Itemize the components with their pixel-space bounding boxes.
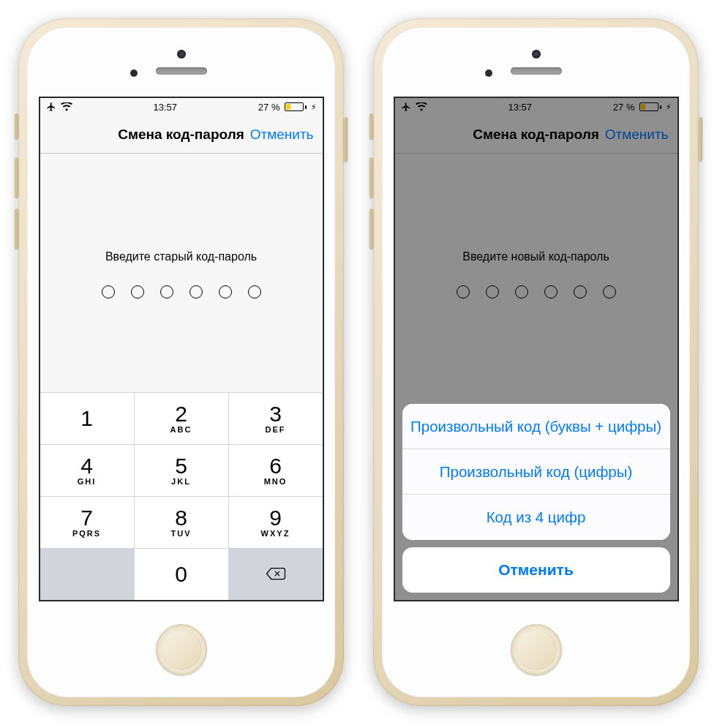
front-camera (177, 50, 186, 59)
numeric-keypad: 1 2ABC 3DEF 4GHI 5JKL 6MNO 7PQRS 8TUV 9W… (40, 392, 323, 600)
nav-bar: Смена код-пароля Отменить (395, 116, 677, 154)
passcode-dot (219, 285, 232, 299)
backspace-icon (266, 566, 286, 583)
passcode-dot (515, 285, 528, 299)
key-6[interactable]: 6MNO (229, 445, 323, 496)
volume-up-button (369, 157, 373, 198)
home-button[interactable] (156, 624, 207, 675)
sheet-option-numeric[interactable]: Произвольный код (цифры) (402, 449, 670, 495)
status-bar: 13:57 27 % ⚡︎ (40, 98, 323, 116)
battery-percent: 27 % (258, 102, 280, 113)
battery-icon (639, 102, 661, 111)
passcode-dot (131, 285, 144, 299)
mute-switch (369, 113, 373, 139)
page-title: Смена код-пароля (118, 127, 244, 143)
status-time: 13:57 (508, 102, 532, 113)
key-4[interactable]: 4GHI (40, 445, 134, 496)
volume-down-button (369, 209, 373, 249)
key-7[interactable]: 7PQRS (40, 497, 134, 548)
screen: 13:57 27 % ⚡︎ Смена код-пароля Отмен (39, 97, 324, 601)
proximity-sensor (130, 70, 138, 77)
phone-device-right: 13:57 27 % ⚡︎ Смена код-пароля Отмен (373, 18, 699, 706)
passcode-dot (603, 285, 616, 299)
wifi-icon (61, 102, 72, 111)
passcode-dots (457, 285, 616, 299)
proximity-sensor (485, 70, 492, 77)
passcode-dot (544, 285, 558, 299)
page-title: Смена код-пароля (473, 127, 599, 143)
phone-device-left: 13:57 27 % ⚡︎ Смена код-пароля Отмен (18, 18, 344, 706)
wifi-icon (416, 102, 427, 111)
passcode-prompt: Введите новый код-пароль (462, 250, 609, 263)
key-0[interactable]: 0 (135, 549, 228, 600)
power-button (344, 117, 348, 161)
sheet-option-alphanumeric[interactable]: Произвольный код (буквы + цифры) (402, 404, 670, 449)
volume-down-button (15, 209, 18, 249)
passcode-dot (486, 285, 499, 299)
key-8[interactable]: 8TUV (135, 497, 228, 548)
passcode-prompt: Введите старый код-пароль (105, 250, 257, 263)
battery-percent: 27 % (613, 102, 635, 113)
earpiece-speaker (156, 67, 207, 75)
passcode-dot (189, 285, 203, 299)
airplane-mode-icon (401, 102, 411, 112)
airplane-mode-icon (46, 102, 56, 112)
volume-up-button (15, 157, 18, 198)
front-camera (532, 50, 541, 59)
passcode-dot (102, 285, 115, 299)
screen: 13:57 27 % ⚡︎ Смена код-пароля Отмен (394, 97, 679, 601)
passcode-dots (102, 285, 261, 299)
key-blank (40, 549, 134, 600)
top-sensors (382, 27, 690, 97)
charging-icon: ⚡︎ (311, 102, 317, 112)
key-5[interactable]: 5JKL (135, 445, 228, 496)
sheet-option-4digit[interactable]: Код из 4 цифр (402, 495, 670, 540)
power-button (699, 117, 702, 161)
passcode-dot (574, 285, 587, 299)
charging-icon: ⚡︎ (666, 102, 672, 112)
earpiece-speaker (511, 67, 562, 75)
status-bar: 13:57 27 % ⚡︎ (395, 98, 677, 116)
home-button[interactable] (511, 624, 562, 675)
key-2[interactable]: 2ABC (135, 393, 228, 444)
nav-bar: Смена код-пароля Отменить (40, 116, 323, 154)
cancel-button[interactable]: Отменить (250, 127, 314, 143)
top-sensors (27, 27, 335, 97)
key-9[interactable]: 9WXYZ (229, 497, 323, 548)
cancel-button[interactable]: Отменить (605, 127, 669, 143)
passcode-dot (457, 285, 470, 299)
battery-icon (285, 102, 307, 111)
key-3[interactable]: 3DEF (229, 393, 323, 444)
mute-switch (15, 113, 18, 139)
backspace-key[interactable] (229, 549, 323, 600)
sheet-cancel-button[interactable]: Отменить (402, 547, 670, 593)
passcode-dot (160, 285, 173, 299)
key-1[interactable]: 1 (40, 393, 134, 444)
status-time: 13:57 (153, 102, 177, 113)
passcode-dot (248, 285, 261, 299)
